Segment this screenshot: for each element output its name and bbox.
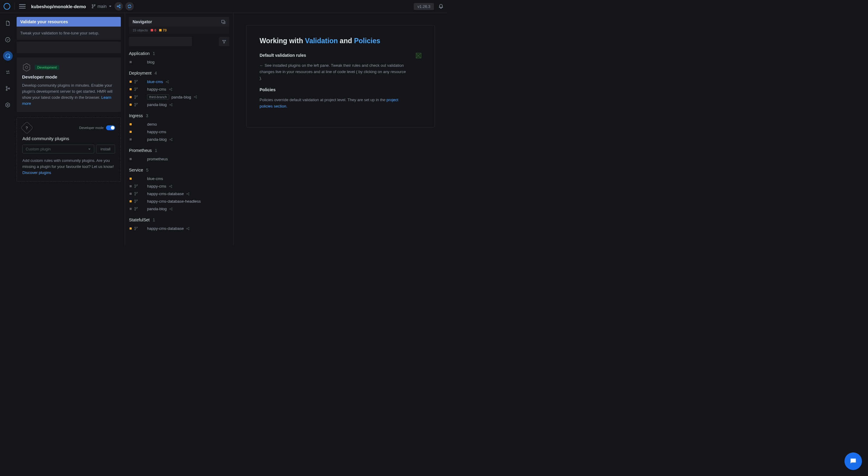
group-header[interactable]: Ingress3 [129,113,229,118]
resource-item[interactable]: blue-cms [129,78,229,86]
share-icon [117,4,121,8]
status-dot [130,193,132,195]
status-dot [130,158,132,160]
validate-header[interactable]: Validate your resources [17,17,121,27]
svg-point-25 [169,89,170,90]
group-header[interactable]: Prometheus1 [129,148,229,153]
resource-name: happy-cms-database [147,191,184,196]
resource-item[interactable]: blue-cms [129,175,229,183]
svg-point-17 [137,80,137,81]
status-dot [130,200,132,202]
svg-point-69 [188,229,189,230]
policies-text: Policies override default validation at … [260,97,407,109]
status-dot [130,227,132,229]
resource-item[interactable]: happy-cms [129,86,229,93]
svg-point-1 [94,4,95,6]
resource-item[interactable]: happy-cms-database-headless [129,197,229,205]
notifications-button[interactable] [438,4,444,9]
svg-point-59 [137,207,137,208]
svg-point-42 [172,140,173,141]
status-dot [130,208,132,210]
share-icon [169,103,173,106]
svg-point-47 [171,185,172,186]
project-name: kubeshop/monokle-demo [31,4,86,9]
resource-item[interactable]: panda-blog [129,205,229,213]
activity-file[interactable] [3,19,13,28]
svg-point-62 [172,208,173,209]
resource-item[interactable]: panda-blog [129,101,229,108]
svg-point-3 [117,6,118,7]
svg-point-29 [137,95,137,96]
development-tag: Development [35,65,59,70]
status-dot [130,178,132,180]
default-rules-text: ← See installed plugins on the left pane… [260,63,407,81]
activity-settings[interactable] [3,100,13,109]
svg-point-11 [6,89,7,91]
filter-button[interactable] [219,37,229,46]
branch-icon [134,207,138,211]
developer-mode-title: Developer mode [22,74,115,80]
expand-icon[interactable] [221,20,226,24]
resource-item[interactable]: happy-cms [129,128,229,136]
svg-point-12 [7,104,8,105]
branch-selector[interactable]: main [92,4,112,9]
collapsed-card[interactable] [17,42,121,53]
arrows-icon [5,70,10,74]
share-icon [165,80,169,84]
discover-plugins-link[interactable]: Discover plugins [22,170,51,175]
group-header[interactable]: StatefulSet1 [129,218,229,222]
share-icon [186,227,190,230]
developer-mode-toggle[interactable] [106,125,115,130]
app-logo[interactable] [4,3,10,10]
branch-icon [134,192,138,196]
activity-git[interactable] [3,84,13,93]
resource-item[interactable]: prometheus [129,155,229,163]
status-dot [130,104,132,106]
resource-item[interactable]: third-branchpanda-blog [129,93,229,101]
resource-item[interactable]: happy-cms-database [129,190,229,197]
share-icon [169,138,173,141]
resource-item[interactable]: demo [129,121,229,128]
group-header[interactable]: Deployment4 [129,71,229,75]
version-badge[interactable]: v1.26.3 [414,3,434,10]
file-icon [5,21,10,26]
resource-item[interactable]: blog [129,58,229,66]
svg-point-2 [92,7,93,8]
refresh-button[interactable] [125,2,134,10]
group-header[interactable]: Service5 [129,168,229,172]
svg-point-44 [137,185,137,185]
resource-item[interactable]: happy-cms [129,183,229,190]
resource-item[interactable]: happy-cms-database [129,225,229,232]
menu-button[interactable] [19,4,26,8]
resource-name: panda-blog [147,137,167,141]
svg-point-61 [170,209,170,209]
svg-point-19 [166,81,167,82]
resource-name: happy-cms-database [147,226,184,231]
svg-point-27 [171,90,172,91]
svg-point-24 [135,90,135,91]
status-dot [130,123,132,125]
svg-point-32 [196,96,196,97]
svg-point-35 [137,103,137,104]
developer-mode-card: Development Developer mode Develop commu… [17,57,121,113]
svg-point-63 [172,209,173,210]
plugin-select[interactable]: Custom plugin [22,145,94,153]
svg-point-55 [135,200,135,200]
navigator-stats: 15 objects 0 73 [129,27,229,34]
install-button[interactable]: install [96,145,115,153]
activity-validation[interactable] [3,51,13,61]
activity-check[interactable] [3,35,13,44]
resource-name: blue-cms [147,177,163,181]
svg-point-4 [119,5,121,6]
status-dot [130,61,132,63]
svg-point-0 [92,4,93,6]
group-header[interactable]: Application1 [129,51,229,56]
share-button[interactable] [115,2,123,10]
svg-point-58 [135,207,135,208]
resource-name: panda-blog [147,102,167,107]
search-input[interactable] [129,37,192,46]
tweak-description: Tweak your validation to fine-tune your … [17,27,121,40]
activity-compare[interactable] [3,67,13,77]
bell-icon [438,4,444,9]
resource-item[interactable]: panda-blog [129,136,229,143]
